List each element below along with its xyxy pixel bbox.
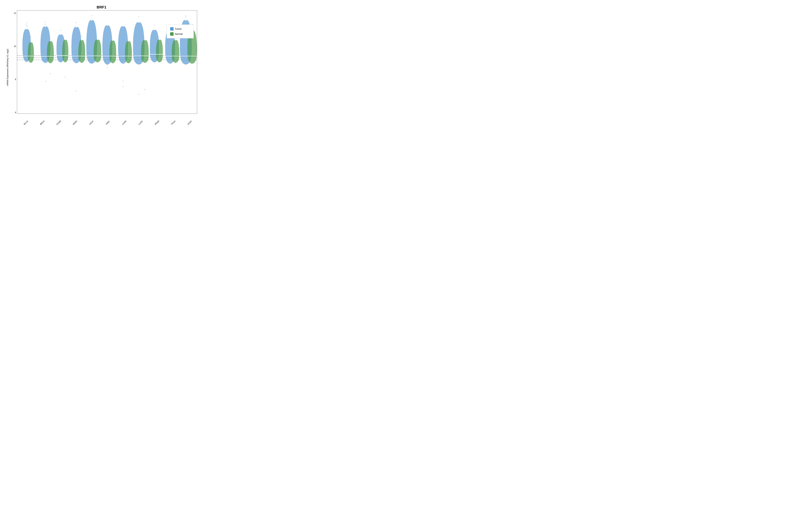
legend-box-normal bbox=[170, 32, 173, 36]
svg-point-38 bbox=[138, 94, 139, 95]
svg-point-22 bbox=[76, 91, 77, 92]
chart-title: BRF1 bbox=[97, 5, 106, 9]
y-axis-label: mRNA Expression (RNASeq V2, log2) bbox=[6, 49, 9, 86]
svg-point-29 bbox=[107, 65, 108, 65]
chart-container: BRF1 mRNA Expression (RNASeq V2, log2) 1… bbox=[4, 3, 199, 124]
svg-point-33 bbox=[123, 80, 123, 81]
svg-point-14 bbox=[50, 73, 51, 74]
svg-point-18 bbox=[65, 76, 66, 77]
y-tick-6: 6 bbox=[15, 111, 16, 114]
legend-label-normal: Normal bbox=[175, 33, 183, 35]
svg-point-7 bbox=[27, 26, 28, 27]
svg-point-8 bbox=[31, 36, 31, 37]
legend-label-tumor: Tumor bbox=[175, 27, 182, 30]
svg-point-26 bbox=[91, 15, 92, 16]
svg-point-5 bbox=[26, 22, 27, 23]
svg-point-49 bbox=[186, 16, 186, 17]
svg-point-42 bbox=[154, 25, 155, 25]
svg-point-21 bbox=[76, 22, 77, 23]
svg-point-23 bbox=[82, 36, 82, 37]
legend-item-normal: Normal bbox=[170, 32, 190, 36]
svg-point-34 bbox=[123, 86, 123, 87]
y-tick-12: 12 bbox=[14, 12, 16, 14]
svg-point-11 bbox=[45, 22, 46, 22]
x-axis-labels: BLCA BRCA COAD HNSC KICH KIRC LUAD LUSC … bbox=[11, 120, 199, 124]
y-axis-label-container: mRNA Expression (RNASeq V2, log2) bbox=[4, 10, 11, 124]
chart-body: mRNA Expression (RNASeq V2, log2) 12 10 … bbox=[4, 10, 199, 124]
y-tick-8: 8 bbox=[15, 78, 16, 80]
svg-point-12 bbox=[45, 24, 46, 25]
svg-point-48 bbox=[186, 15, 186, 16]
svg-point-6 bbox=[26, 25, 27, 25]
svg-point-30 bbox=[107, 67, 108, 68]
y-axis-ticks: 12 10 8 6 bbox=[11, 10, 17, 120]
legend-box-tumor bbox=[170, 27, 173, 31]
svg-point-13 bbox=[45, 81, 46, 82]
svg-point-39 bbox=[145, 89, 145, 90]
svg-point-17 bbox=[60, 30, 61, 31]
legend: Tumor Normal bbox=[167, 24, 194, 38]
legend-item-tumor: Tumor bbox=[170, 27, 190, 31]
svg-point-37 bbox=[138, 16, 139, 17]
y-tick-10: 10 bbox=[14, 45, 16, 48]
